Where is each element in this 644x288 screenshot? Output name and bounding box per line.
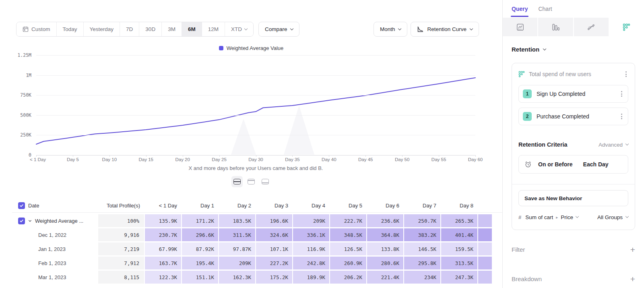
axis-tick (365, 155, 366, 157)
column-header: Day 8 (441, 199, 477, 212)
value-cell: 87.92K (182, 242, 218, 255)
y-axis-label: 1M (26, 73, 31, 78)
filter-label: Filter (512, 246, 525, 253)
layout-chart-view-button[interactable] (246, 176, 257, 187)
expand-row-chevron-icon[interactable] (28, 219, 32, 223)
x-axis-label: Day 45 (358, 157, 373, 162)
add-breakdown-button[interactable]: + (630, 275, 635, 283)
tab-chart[interactable]: Chart (538, 0, 552, 18)
value-cell: 163.7K (145, 257, 181, 269)
range-3m[interactable]: 3M (161, 22, 182, 36)
add-filter-button[interactable]: + (630, 245, 635, 254)
value-cell: 162.3K (219, 271, 255, 284)
axis-tick (292, 155, 293, 157)
layout-toggles (0, 176, 502, 187)
x-axis-label: Day 50 (395, 157, 409, 162)
tab-retention[interactable] (609, 18, 644, 36)
table-row: Jan 1, 20237,21967.99K87.92K97.87K107.1K… (12, 242, 502, 255)
chevron-down-icon (543, 47, 546, 50)
range-today[interactable]: Today (56, 22, 83, 36)
layout-split-view-button[interactable] (231, 176, 243, 187)
value-cell: 171.2K (182, 214, 218, 227)
gridline (36, 135, 475, 135)
tab-query-label: Query (512, 6, 528, 12)
range-custom[interactable]: Custom (17, 22, 56, 36)
axis-tick (402, 155, 402, 157)
chart-view-icon (248, 179, 255, 184)
range-7d[interactable]: 7D (120, 22, 139, 36)
total-cell: 7,219 (98, 242, 144, 255)
value-cell: 206.2K (330, 271, 366, 284)
value-cell: 209K (293, 214, 329, 227)
property-row: # Sum of cart ▸ Price All Groups (518, 208, 628, 226)
tab-flows[interactable] (574, 18, 609, 36)
chevron-down-icon (244, 27, 248, 30)
value-cell: 122.3K (145, 271, 181, 284)
total-cell: 9,916 (98, 228, 144, 241)
property-dropdown[interactable]: Sum of cart ▸ Price (525, 214, 593, 220)
range-xtd[interactable]: XTD (225, 22, 253, 36)
value-cell: 222.7K (330, 214, 366, 227)
value-cell: 280.6K (367, 257, 403, 269)
partial-value-cell (478, 257, 492, 269)
retention-table: DateTotal Profile(s)< 1 DayDay 1Day 2Day… (12, 199, 502, 285)
tab-query[interactable]: Query (512, 0, 528, 18)
advanced-label: Advanced (599, 142, 623, 148)
row-label: Jan 1, 2023 (38, 246, 66, 252)
advanced-dropdown[interactable]: Advanced (599, 142, 628, 148)
tab-insights[interactable] (503, 18, 538, 36)
save-behavior-button[interactable]: Save as New Behavior (518, 190, 628, 206)
criteria-timing-control[interactable]: On or Before Each Day (518, 155, 628, 174)
chart-legend[interactable]: Weighted Average Value (0, 45, 502, 51)
step-menu-button[interactable] (619, 89, 624, 98)
step-sign-up-completed[interactable]: 1 Sign Up Completed (518, 85, 628, 103)
chevron-down-icon (398, 27, 401, 30)
value-cell: 383.2K (404, 228, 440, 241)
axis-tick (146, 155, 147, 157)
report-type-tabs (503, 18, 644, 36)
report-type-dropdown[interactable]: Retention (512, 46, 546, 53)
tab-funnels[interactable] (538, 18, 574, 36)
y-axis-label: 750K (20, 92, 31, 98)
value-cell: 159.5K (441, 242, 477, 255)
retention-icon (623, 23, 630, 31)
value-cell: 247.3K (441, 271, 477, 284)
total-cell: 8,115 (98, 271, 144, 284)
compare-button[interactable]: Compare (258, 22, 300, 37)
x-axis-label: Day 35 (285, 157, 299, 162)
range-6m[interactable]: 6M (182, 22, 202, 36)
criteria-when-dropdown[interactable]: On or Before (538, 161, 573, 168)
range-30d[interactable]: 30D (139, 22, 161, 36)
criteria-unit-dropdown[interactable]: Each Day (583, 161, 609, 168)
range-12m[interactable]: 12M (202, 22, 225, 36)
x-axis-label: Day 40 (322, 157, 336, 162)
step-menu-button[interactable] (619, 112, 624, 121)
value-cell: 401.4K (441, 228, 477, 241)
breadcrumb-arrow-icon: ▸ (556, 215, 558, 220)
behavior-title[interactable]: Total spend of new users (529, 71, 620, 77)
range-yesterday[interactable]: Yesterday (83, 22, 120, 36)
layout-table-view-button[interactable] (260, 176, 271, 187)
value-cell: 209K (219, 257, 255, 269)
groups-dropdown[interactable]: All Groups (597, 214, 628, 220)
axis-tick (109, 155, 110, 157)
axis-tick (219, 155, 220, 157)
column-header: Day 1 (182, 199, 218, 212)
value-cell: 116.9K (293, 242, 329, 255)
column-header: Day 5 (330, 199, 366, 212)
column-header: Day 4 (293, 199, 329, 212)
granularity-button[interactable]: Month (374, 22, 408, 37)
y-axis: 1.25M1M750K500K250K0 (0, 55, 31, 155)
select-all-checkbox[interactable] (18, 202, 25, 209)
date-range-control: CustomTodayYesterday7D30D3M6M12MXTD (16, 22, 254, 37)
partial-value-cell (478, 214, 492, 227)
total-cell: 7,912 (98, 257, 144, 269)
step-purchase-completed[interactable]: 2 Purchase Completed (518, 108, 628, 125)
date-header-cell: Date (12, 199, 97, 212)
behavior-menu-button[interactable] (624, 70, 628, 79)
row-checkbox[interactable] (18, 218, 25, 224)
row-label-cell: Mar 1, 2023 (12, 271, 97, 284)
chart-type-button[interactable]: Retention Curve (411, 22, 479, 37)
partial-column-header (478, 199, 492, 212)
granularity-label: Month (380, 26, 395, 32)
